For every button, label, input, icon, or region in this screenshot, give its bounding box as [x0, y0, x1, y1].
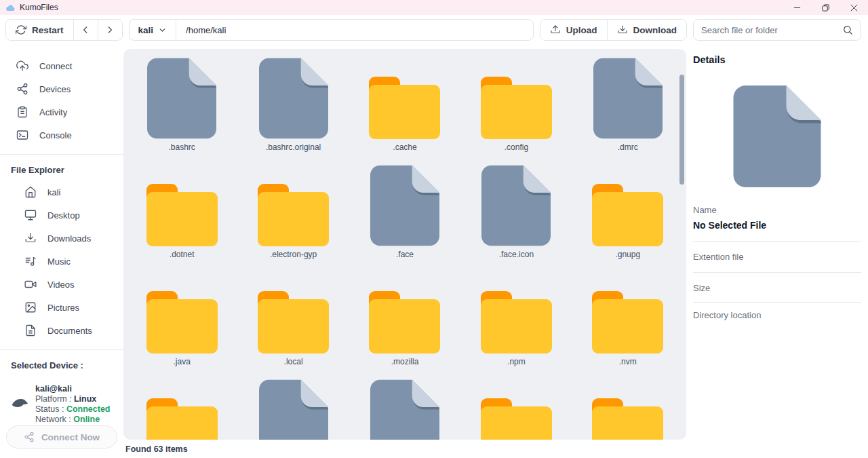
folder-item[interactable]: .cache: [349, 58, 460, 165]
status-bar: Found 63 items: [123, 440, 686, 458]
sidebar-item-documents[interactable]: Documents: [0, 319, 123, 342]
folder-item[interactable]: .java: [126, 272, 237, 379]
file-preview: [693, 85, 861, 187]
sidebar-item-desktop[interactable]: Desktop: [0, 204, 123, 227]
folder-icon: [481, 379, 552, 440]
download-label: Download: [633, 25, 677, 35]
file-grid: .bashrc .bashrc.original .cache .config …: [123, 49, 686, 440]
folder-item[interactable]: .mozilla: [349, 272, 460, 379]
file-item[interactable]: [237, 379, 349, 440]
file-item-label: .gnupg: [615, 250, 640, 259]
chevron-left-icon: [80, 24, 91, 35]
search-input[interactable]: [701, 25, 842, 35]
file-item[interactable]: .dmrc: [572, 58, 684, 165]
connect-now-label: Connect Now: [41, 432, 100, 442]
sidebar-item-label: Documents: [47, 326, 92, 336]
items-count-text: Found 63 items: [125, 444, 188, 454]
folder-icon: [258, 272, 329, 354]
file-icon: [733, 85, 821, 187]
search-icon: [842, 24, 853, 35]
divider: [0, 154, 123, 155]
folder-icon: [481, 58, 552, 139]
folder-item[interactable]: .dotnet: [126, 165, 237, 272]
minimize-button[interactable]: [783, 0, 811, 15]
file-icon: [259, 58, 328, 139]
file-icon: [259, 379, 328, 440]
document-icon: [24, 324, 37, 337]
file-item-label: .dmrc: [618, 142, 638, 152]
folder-icon: [146, 272, 218, 354]
cloud-upload-icon: [16, 60, 28, 72]
name-value: No Selected File: [693, 220, 861, 231]
details-header: Details: [693, 54, 861, 65]
sidebar: Connect Devices Activity Console File Ex…: [0, 45, 123, 458]
scrollbar-thumb[interactable]: [679, 75, 684, 185]
folder-item[interactable]: .nvm: [572, 272, 684, 379]
folder-item[interactable]: [126, 379, 237, 440]
refresh-icon: [16, 24, 26, 35]
file-item[interactable]: .bashrc: [126, 58, 237, 165]
folder-item[interactable]: .config: [460, 58, 572, 165]
file-explorer-header: File Explorer: [0, 165, 123, 175]
sidebar-item-devices[interactable]: Devices: [0, 77, 123, 100]
device-card[interactable]: kali@kali Platform : Linux Status : Conn…: [0, 384, 123, 425]
folder-icon: [369, 272, 440, 354]
chevron-down-icon: [158, 26, 167, 35]
file-item[interactable]: .bashrc.original: [237, 58, 349, 165]
restart-button[interactable]: Restart: [6, 20, 73, 40]
sidebar-item-kali[interactable]: kali: [0, 180, 123, 204]
share-nodes-icon: [16, 83, 28, 95]
file-icon: [370, 165, 439, 246]
sidebar-item-label: Connect: [39, 61, 72, 71]
app-cloud-icon: [5, 3, 15, 12]
file-item-label: .face.icon: [499, 250, 534, 259]
back-button[interactable]: [73, 20, 98, 40]
sidebar-item-activity[interactable]: Activity: [0, 100, 123, 123]
window-controls: [783, 0, 868, 15]
sidebar-item-downloads[interactable]: Downloads: [0, 227, 123, 250]
download-icon: [617, 24, 628, 35]
path-input[interactable]: [176, 25, 533, 35]
size-label: Size: [693, 283, 861, 293]
device-dropdown[interactable]: kali: [130, 20, 176, 40]
folder-item[interactable]: .local: [237, 272, 349, 379]
file-item-label: .dotnet: [170, 250, 195, 259]
upload-button[interactable]: Upload: [540, 20, 607, 40]
connect-now-button[interactable]: Connect Now: [6, 425, 117, 449]
folder-item[interactable]: [460, 379, 572, 440]
file-item[interactable]: .face.icon: [460, 165, 572, 272]
home-icon: [24, 186, 37, 198]
main-area: .bashrc .bashrc.original .cache .config …: [123, 45, 686, 458]
sidebar-item-label: Music: [47, 256, 71, 267]
file-icon: [370, 379, 439, 440]
device-status: Status : Connected: [35, 404, 110, 415]
folder-icon: [592, 272, 663, 354]
sidebar-item-pictures[interactable]: Pictures: [0, 296, 123, 319]
file-item-label: .mozilla: [391, 357, 419, 366]
close-button[interactable]: [840, 0, 868, 15]
forward-button[interactable]: [98, 20, 122, 40]
upload-label: Upload: [566, 25, 597, 35]
picture-icon: [24, 301, 37, 313]
sidebar-item-label: Devices: [39, 84, 71, 94]
chevron-right-icon: [104, 24, 115, 35]
folder-item[interactable]: .npm: [460, 272, 572, 379]
file-icon: [481, 165, 551, 246]
sidebar-item-console[interactable]: Console: [0, 123, 123, 147]
folder-item[interactable]: [572, 379, 684, 440]
terminal-icon: [16, 129, 28, 141]
sidebar-item-music[interactable]: Music: [0, 250, 123, 273]
sidebar-item-label: Downloads: [47, 233, 91, 244]
file-item-label: .face: [396, 250, 414, 259]
folder-icon: [369, 58, 440, 139]
file-item[interactable]: [349, 379, 460, 440]
restore-button[interactable]: [811, 0, 840, 15]
sidebar-item-videos[interactable]: Videos: [0, 273, 123, 296]
sidebar-item-connect[interactable]: Connect: [0, 54, 123, 77]
download-button[interactable]: Download: [607, 20, 687, 40]
folder-item[interactable]: .electron-gyp: [237, 165, 349, 272]
folder-item[interactable]: .gnupg: [572, 165, 684, 272]
file-item[interactable]: .face: [349, 165, 460, 272]
titlebar: KumoFiles: [0, 0, 868, 15]
file-item-label: .npm: [507, 357, 526, 366]
